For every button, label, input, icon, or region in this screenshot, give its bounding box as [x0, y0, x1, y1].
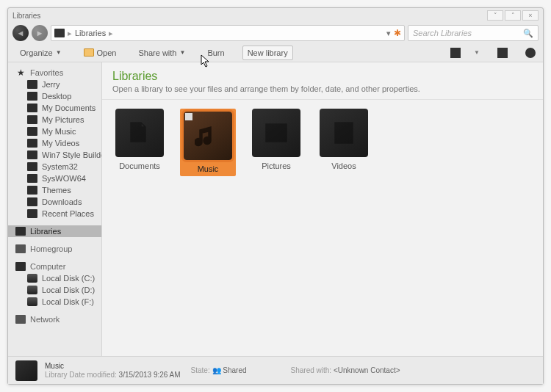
sidebar-item-local-disk-d-[interactable]: Local Disk (D:) [8, 284, 101, 296]
page-subtitle: Open a library to see your files and arr… [112, 84, 533, 93]
library-item-label: Pictures [262, 161, 291, 170]
sidebar-item-my-pictures[interactable]: My Pictures [8, 114, 101, 126]
folder-icon [27, 162, 37, 171]
open-icon [84, 48, 94, 57]
new-library-button[interactable]: New library [242, 46, 293, 60]
folder-icon [27, 197, 37, 206]
sidebar-homegroup[interactable]: Homegroup [8, 243, 101, 255]
burn-button[interactable]: Burn [203, 46, 228, 59]
library-item-pictures[interactable]: Pictures [249, 109, 303, 170]
folder-icon [27, 174, 37, 183]
status-thumbnail [15, 360, 37, 381]
back-button[interactable]: ◄ [12, 25, 29, 41]
sidebar-item-local-disk-f-[interactable]: Local Disk (F:) [8, 296, 101, 308]
folder-icon [27, 115, 37, 124]
search-input[interactable]: Search Libraries 🔍 [408, 25, 539, 41]
maximize-button[interactable]: ˄ [505, 10, 521, 21]
sidebar-item-my-music[interactable]: My Music [8, 126, 101, 137]
page-title: Libraries [112, 70, 533, 83]
sidebar-item-recent-places[interactable]: Recent Places [8, 208, 101, 219]
window-title: Libraries [12, 12, 486, 20]
organize-menu[interactable]: Organize ▼ [15, 46, 66, 59]
sidebar-item-themes[interactable]: Themes [8, 184, 101, 196]
sidebar: ★Favorites JerryDesktopMy DocumentsMy Pi… [8, 62, 102, 356]
folder-icon [27, 92, 37, 101]
folder-icon [27, 139, 37, 148]
minimize-button[interactable]: ˅ [487, 10, 503, 21]
help-button[interactable] [525, 48, 536, 58]
sidebar-item-desktop[interactable]: Desktop [8, 90, 101, 102]
preview-pane-button[interactable] [497, 48, 508, 58]
sidebar-item-system32[interactable]: System32 [8, 161, 101, 173]
sidebar-item-my-videos[interactable]: My Videos [8, 137, 101, 149]
address-bar[interactable]: ▸ Libraries ▸ ▾ ✱ [51, 25, 405, 41]
status-bar: Music Library Date modified: 3/15/2013 9… [8, 356, 543, 384]
sidebar-network[interactable]: Network [8, 313, 101, 325]
vid-icon [320, 109, 368, 157]
sidebar-item-downloads[interactable]: Downloads [8, 196, 101, 208]
sidebar-item-syswow64[interactable]: SysWOW64 [8, 173, 101, 184]
library-item-music[interactable]: Music [180, 109, 236, 176]
folder-icon [27, 127, 37, 136]
folder-icon [27, 150, 37, 159]
library-item-label: Documents [119, 161, 160, 170]
sidebar-item-jerry[interactable]: Jerry [8, 79, 101, 90]
sidebar-item-my-documents[interactable]: My Documents [8, 102, 101, 114]
sidebar-item-local-disk-c-[interactable]: Local Disk (C:) [8, 272, 101, 284]
favorite-star-icon[interactable]: ✱ [394, 28, 401, 38]
library-item-label: Music [198, 164, 219, 173]
view-options-button[interactable] [450, 48, 461, 58]
folder-icon [27, 186, 37, 195]
breadcrumb[interactable]: Libraries [75, 29, 106, 37]
folder-icon [27, 104, 37, 112]
drive-icon [27, 286, 37, 294]
library-item-label: Videos [331, 161, 356, 170]
sidebar-computer[interactable]: Computer [8, 261, 101, 272]
drive-icon [27, 274, 37, 283]
status-name: Music [45, 362, 64, 370]
search-icon: 🔍 [523, 29, 533, 38]
folder-icon [27, 80, 37, 89]
folder-icon [27, 209, 37, 218]
people-icon: 👥 [212, 366, 221, 374]
svg-point-0 [278, 126, 283, 131]
close-button[interactable]: × [522, 10, 539, 21]
sidebar-item-win7-style-builde[interactable]: Win7 Style Builde [8, 149, 101, 161]
pic-icon [252, 109, 300, 157]
folder-icon [54, 29, 65, 37]
library-item-videos[interactable]: Videos [317, 109, 371, 170]
library-item-documents[interactable]: Documents [112, 109, 167, 170]
open-button[interactable]: Open [79, 46, 121, 59]
library-grid: DocumentsMusicPicturesVideos [102, 100, 543, 356]
share-menu[interactable]: Share with ▼ [134, 46, 190, 59]
sidebar-favorites[interactable]: ★Favorites [8, 67, 101, 79]
dropdown-icon[interactable]: ▾ [386, 29, 391, 38]
forward-button[interactable]: ► [32, 25, 48, 41]
drive-icon [27, 297, 37, 306]
doc-icon [115, 109, 164, 157]
music-icon [184, 112, 232, 160]
sidebar-libraries[interactable]: Libraries [8, 225, 101, 237]
